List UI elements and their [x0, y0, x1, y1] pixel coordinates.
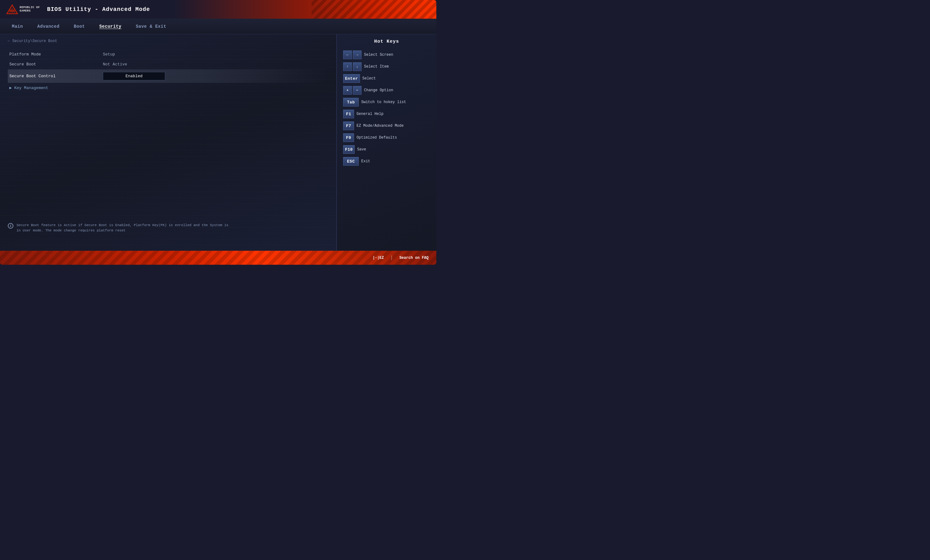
- hotkey-up-arrow[interactable]: ↑: [343, 62, 352, 71]
- footer-ez-label[interactable]: |-|EZ: [373, 256, 384, 260]
- setting-row-platform-mode: Platform Mode Setup: [8, 49, 328, 60]
- hotkey-select-screen: ← → Select Screen: [343, 51, 430, 59]
- breadcrumb-text: ← Security\Secure Boot: [8, 39, 57, 43]
- info-bar: i Secure Boot feature is Active if Secur…: [0, 219, 237, 237]
- main-content: ← Security\Secure Boot Platform Mode Set…: [0, 34, 436, 251]
- hotkey-esc-btn[interactable]: ESC: [343, 157, 359, 166]
- hotkey-f7: F7 EZ Mode/Advanced Mode: [343, 121, 430, 130]
- platform-mode-value: Setup: [103, 52, 115, 57]
- hotkey-esc-desc: Exit: [361, 159, 370, 164]
- nav-main[interactable]: Main: [9, 22, 26, 31]
- hotkey-minus-btn[interactable]: −: [353, 86, 362, 95]
- hotkey-f10-btn[interactable]: F10: [343, 145, 355, 154]
- hotkey-f9-btn[interactable]: F9: [343, 133, 354, 142]
- logo-area: ROG REPUBLIC OF GAMERS BIOS Utility - Ad…: [6, 5, 150, 14]
- hotkey-tab-desc: Switch to hokey list: [361, 100, 406, 104]
- key-management-submenu[interactable]: ▶ Key Management: [8, 83, 328, 93]
- secure-boot-control-label: Secure Boot Control: [9, 74, 103, 78]
- setting-row-secure-boot: Secure Boot Not Active: [8, 60, 328, 69]
- hotkey-change-option: + − Change Option: [343, 86, 430, 95]
- hotkey-arrows-lr: ← →: [343, 51, 362, 59]
- nav-save-exit[interactable]: Save & Exit: [133, 22, 169, 31]
- hotkey-right-arrow[interactable]: →: [353, 51, 362, 59]
- secure-boot-control-value[interactable]: Enabled: [103, 72, 165, 80]
- nav-security[interactable]: Security: [97, 22, 124, 31]
- hotkey-arrows-ud: ↑ ↓: [343, 62, 362, 71]
- key-management-label: ▶ Key Management: [9, 85, 48, 91]
- hotkey-enter-btn[interactable]: Enter: [343, 74, 360, 83]
- header-title: BIOS Utility - Advanced Mode: [47, 6, 150, 12]
- hotkey-select-item-desc: Select Item: [364, 64, 389, 69]
- navigation-bar: Main Advanced Boot Security Save & Exit: [0, 19, 436, 34]
- rog-icon: ROG: [6, 5, 18, 14]
- nav-boot[interactable]: Boot: [71, 22, 88, 31]
- footer-bar: |-|EZ | Search on FAQ: [0, 251, 436, 265]
- rog-logo: ROG REPUBLIC OF GAMERS: [6, 5, 40, 14]
- hotkey-f7-desc: EZ Mode/Advanced Mode: [357, 124, 403, 128]
- footer-divider: |: [390, 255, 393, 261]
- hotkey-f9-desc: Optimized Defaults: [357, 135, 397, 140]
- hotkey-enter-desc: Select: [362, 76, 376, 81]
- header-bar: ROG REPUBLIC OF GAMERS BIOS Utility - Ad…: [0, 0, 436, 19]
- hotkey-select-item: ↑ ↓ Select Item: [343, 62, 430, 71]
- info-text: Secure Boot feature is Active if Secure …: [17, 223, 229, 233]
- hotkey-f7-btn[interactable]: F7: [343, 121, 354, 130]
- hotkey-select-screen-desc: Select Screen: [364, 53, 393, 57]
- hotkey-esc: ESC Exit: [343, 157, 430, 166]
- svg-text:ROG: ROG: [9, 9, 15, 13]
- setting-row-secure-boot-control[interactable]: Secure Boot Control Enabled: [8, 69, 328, 83]
- hotkey-f10-desc: Save: [357, 147, 366, 152]
- content-pane: ← Security\Secure Boot Platform Mode Set…: [0, 34, 336, 251]
- hotkey-f10: F10 Save: [343, 145, 430, 154]
- hotkey-f9: F9 Optimized Defaults: [343, 133, 430, 142]
- hotkey-left-arrow[interactable]: ←: [343, 51, 352, 59]
- secure-boot-value: Not Active: [103, 62, 127, 67]
- hotkey-down-arrow[interactable]: ↓: [353, 62, 362, 71]
- hotkey-f1-desc: General Help: [357, 112, 383, 116]
- hotkey-enter: Enter Select: [343, 74, 430, 83]
- footer-search-label[interactable]: Search on FAQ: [399, 256, 428, 260]
- hotkey-tab-btn[interactable]: Tab: [343, 98, 359, 106]
- hotkey-f1: F1 General Help: [343, 110, 430, 118]
- nav-advanced[interactable]: Advanced: [35, 22, 62, 31]
- platform-mode-label: Platform Mode: [9, 52, 103, 57]
- hotkey-f1-btn[interactable]: F1: [343, 110, 354, 118]
- breadcrumb: ← Security\Secure Boot: [8, 39, 328, 43]
- secure-boot-label: Secure Boot: [9, 62, 103, 67]
- hotkey-plus-btn[interactable]: +: [343, 86, 352, 95]
- hotkeys-title: Hot Keys: [343, 39, 430, 44]
- rog-text: REPUBLIC OF GAMERS: [20, 6, 40, 13]
- hotkey-tab: Tab Switch to hokey list: [343, 98, 430, 106]
- hotkey-change-option-desc: Change Option: [364, 88, 393, 92]
- settings-table: Platform Mode Setup Secure Boot Not Acti…: [8, 49, 328, 93]
- hotkey-plus-minus: + −: [343, 86, 362, 95]
- hotkeys-panel: Hot Keys ← → Select Screen ↑ ↓ Select It…: [337, 34, 436, 251]
- info-icon: i: [8, 223, 14, 229]
- bios-screen: ROG REPUBLIC OF GAMERS BIOS Utility - Ad…: [0, 0, 436, 265]
